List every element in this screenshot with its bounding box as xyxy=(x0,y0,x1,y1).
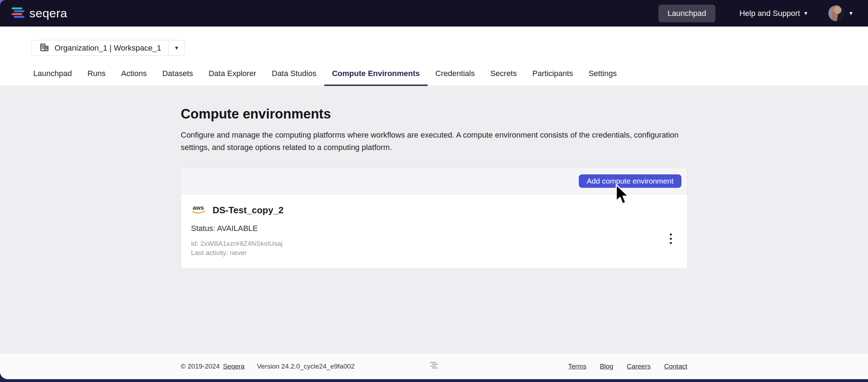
chevron-down-icon: ▾ xyxy=(804,10,807,16)
kebab-menu-icon[interactable] xyxy=(664,230,678,248)
tab-data-studios[interactable]: Data Studios xyxy=(264,69,324,86)
compute-environments-panel: Add compute environment aws DS-Test_copy… xyxy=(181,168,687,269)
avatar[interactable] xyxy=(828,5,844,21)
tab-compute-environments[interactable]: Compute Environments xyxy=(324,69,428,86)
blog-link[interactable]: Blog xyxy=(600,363,613,370)
careers-link[interactable]: Careers xyxy=(627,363,651,370)
workspace-selector-main[interactable]: Organization_1 | Workspace_1 xyxy=(32,40,168,56)
seqera-brand[interactable]: seqera xyxy=(11,6,67,21)
tab-secrets[interactable]: Secrets xyxy=(482,69,525,86)
contact-link[interactable]: Contact xyxy=(664,363,687,370)
tab-settings[interactable]: Settings xyxy=(581,69,625,86)
svg-text:aws: aws xyxy=(193,204,204,211)
aws-icon: aws xyxy=(191,204,207,216)
seqera-logo-icon xyxy=(11,6,25,21)
seqera-app-window: seqera Launchpad Help and Support ▾ ▾ xyxy=(0,0,868,379)
user-menu[interactable]: ▾ xyxy=(828,5,852,21)
brand-name: seqera xyxy=(29,6,67,20)
launchpad-nav-button[interactable]: Launchpad xyxy=(658,5,715,22)
compute-environment-name-link[interactable]: DS-Test_copy_2 xyxy=(213,205,284,216)
workspace-selector[interactable]: Organization_1 | Workspace_1 ▾ xyxy=(32,40,185,56)
tab-launchpad[interactable]: Launchpad xyxy=(25,69,80,86)
panel-toolbar: Add compute environment xyxy=(181,168,687,194)
tab-runs[interactable]: Runs xyxy=(80,69,113,86)
page-description: Configure and manage the computing platf… xyxy=(181,129,685,154)
chevron-down-icon: ▾ xyxy=(849,10,852,16)
workspace-tabs: Launchpad Runs Actions Datasets Data Exp… xyxy=(0,69,868,86)
help-and-support-label: Help and Support xyxy=(739,9,800,18)
help-and-support-menu[interactable]: Help and Support ▾ xyxy=(739,9,807,18)
compute-environment-row: aws DS-Test_copy_2 Status: AVAILABLE Id:… xyxy=(181,194,687,268)
version-text: Version 24.2.0_cycle24_e9fa002 xyxy=(257,363,355,370)
chevron-down-icon: ▾ xyxy=(175,45,178,51)
main-content: Compute environments Configure and manag… xyxy=(0,86,868,353)
compute-environment-last-activity: Last activity: never xyxy=(191,248,677,257)
tab-participants[interactable]: Participants xyxy=(525,69,581,86)
compute-environment-id: Id: 2xWBA1xznHlZ4NSksIUsaj xyxy=(191,239,677,248)
top-navbar: seqera Launchpad Help and Support ▾ ▾ xyxy=(0,0,868,27)
tab-data-explorer[interactable]: Data Explorer xyxy=(201,69,264,86)
subheader: Organization_1 | Workspace_1 ▾ Launchpad… xyxy=(0,27,868,86)
add-compute-environment-button[interactable]: Add compute environment xyxy=(579,174,681,188)
workspace-selector-label: Organization_1 | Workspace_1 xyxy=(55,44,161,53)
tab-credentials[interactable]: Credentials xyxy=(428,69,482,86)
workspace-bar: Organization_1 | Workspace_1 ▾ xyxy=(0,27,868,56)
page-footer: © 2019-2024 Seqera Version 24.2.0_cycle2… xyxy=(0,353,868,379)
workspace-selector-dropdown-toggle[interactable]: ▾ xyxy=(168,40,184,56)
organization-icon xyxy=(39,42,50,54)
seqera-mark-icon xyxy=(429,361,439,372)
page-title: Compute environments xyxy=(181,106,687,122)
tab-datasets[interactable]: Datasets xyxy=(154,69,201,86)
terms-link[interactable]: Terms xyxy=(568,363,587,370)
copyright-text: © 2019-2024 xyxy=(181,363,220,370)
compute-environment-status: Status: AVAILABLE xyxy=(191,224,677,233)
seqera-company-link[interactable]: Seqera xyxy=(223,363,245,370)
tab-actions[interactable]: Actions xyxy=(113,69,154,86)
